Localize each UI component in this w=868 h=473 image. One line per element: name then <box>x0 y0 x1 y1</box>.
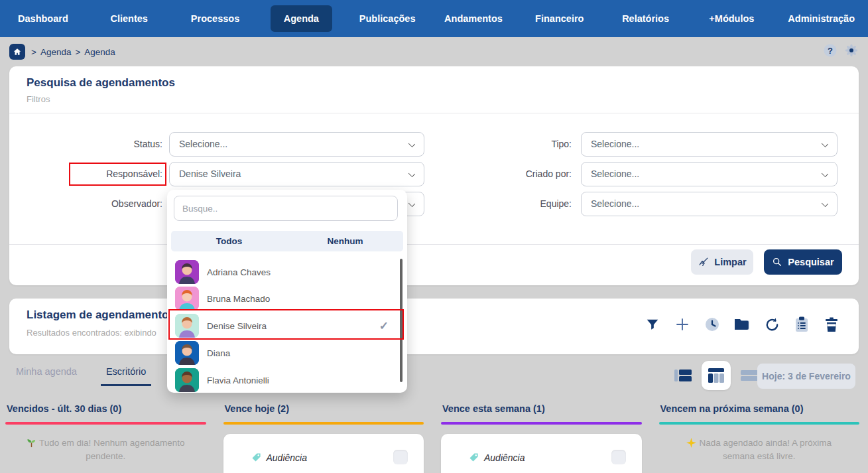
column-title: Vencidos - últ. 30 dias (0) <box>5 403 206 414</box>
dropdown-option-diana[interactable]: Diana <box>170 340 398 366</box>
agenda-card[interactable]: Audiência <box>441 434 642 473</box>
selected-check-icon: ✓ <box>379 319 389 333</box>
filter-icon[interactable] <box>644 316 661 333</box>
avatar <box>175 287 199 310</box>
nav-label[interactable]: Administração <box>775 5 868 32</box>
nav-item-dashboard[interactable]: Dashboard <box>0 0 86 37</box>
nav-label[interactable]: +Módulos <box>696 5 767 32</box>
column-accent-bar <box>441 422 642 425</box>
dropdown-option-denise[interactable]: Denise Silveira ✓ <box>170 312 398 339</box>
nav-label[interactable]: Andamentos <box>431 5 516 32</box>
top-nav: Dashboard Clientes Processos Agenda Publ… <box>0 0 868 37</box>
refresh-icon[interactable] <box>763 316 780 333</box>
home-icon[interactable] <box>9 44 25 60</box>
tipo-label: Tipo: <box>439 132 572 157</box>
gear-icon[interactable] <box>844 43 859 60</box>
dropdown-option-flavia[interactable]: Flavia Antonielli <box>170 367 398 393</box>
breadcrumb: > Agenda > Agenda <box>31 47 115 57</box>
nav-item-relatorios[interactable]: Relatórios <box>603 0 689 37</box>
responsavel-label: Responsável: <box>30 162 162 186</box>
kanban-board: Vencidos - últ. 30 dias (0) Tudo em dia!… <box>5 403 859 473</box>
nav-label[interactable]: Dashboard <box>5 5 82 32</box>
divider <box>9 244 859 245</box>
seedling-icon <box>27 438 36 448</box>
nav-label[interactable]: Financeiro <box>522 5 597 32</box>
trash-icon[interactable] <box>823 316 840 333</box>
card-checkbox[interactable] <box>611 450 626 464</box>
breadcrumb-separator: > <box>75 47 80 57</box>
bulk-select-bar: Todos Nenhum <box>171 231 403 251</box>
limpar-label: Limpar <box>714 257 746 267</box>
chevron-down-icon <box>408 200 415 207</box>
tab-escritorio[interactable]: Escritório <box>106 366 146 386</box>
equipe-select[interactable]: Selecione... <box>581 192 837 216</box>
agenda-card[interactable]: Audiência <box>223 434 424 473</box>
select-all-link[interactable]: Todos <box>171 236 287 246</box>
avatar <box>175 314 199 338</box>
help-icon[interactable]: ? <box>823 43 837 60</box>
breadcrumb-item[interactable]: Agenda <box>40 47 72 57</box>
nav-item-modulos[interactable]: +Módulos <box>689 0 775 37</box>
criado-por-select[interactable]: Selecione... <box>581 162 837 186</box>
clipboard-icon[interactable] <box>793 316 810 333</box>
observador-label: Observador: <box>30 192 162 216</box>
search-card-title: Pesquisa de agendamentos <box>27 76 175 90</box>
equipe-value: Selecione... <box>591 198 639 209</box>
breadcrumb-bar: > Agenda > Agenda ? <box>0 37 868 66</box>
responsavel-select[interactable]: Denise Silveira <box>169 162 424 186</box>
nav-item-processos[interactable]: Processos <box>172 0 259 37</box>
empty-state-text: Tudo em dia! Nenhum agendamento pendente… <box>39 438 184 462</box>
today-button[interactable]: Hoje: 3 de Fevereiro <box>757 364 855 389</box>
view-toggle-group <box>668 361 764 390</box>
nav-label[interactable]: Agenda <box>271 5 332 32</box>
nav-item-clientes[interactable]: Clientes <box>86 0 172 37</box>
divider <box>9 113 859 113</box>
nav-label[interactable]: Clientes <box>97 5 161 32</box>
dropdown-search-input[interactable] <box>174 196 398 221</box>
pesquisar-button[interactable]: Pesquisar <box>764 249 842 275</box>
tipo-select[interactable]: Selecione... <box>581 132 837 157</box>
equipe-label: Equipe: <box>439 192 572 216</box>
tag-icon <box>251 452 261 462</box>
status-select[interactable]: Selecione... <box>169 132 424 157</box>
clock-icon[interactable] <box>704 316 721 333</box>
breadcrumb-item[interactable]: Agenda <box>84 47 115 57</box>
card-checkbox[interactable] <box>393 450 408 464</box>
sparkle-icon <box>686 438 696 448</box>
column-vence-hoje: Vence hoje (2) Audiência <box>223 403 424 473</box>
nav-label[interactable]: Processos <box>178 5 253 32</box>
empty-state-message: Nada agendado ainda! A próxima semana es… <box>671 437 847 464</box>
option-name: Bruna Machado <box>207 294 270 304</box>
avatar <box>175 368 199 392</box>
kanban-view-icon[interactable] <box>702 361 731 390</box>
column-vence-esta-semana: Vence esta semana (1) Audiência <box>441 403 642 473</box>
tab-minha-agenda[interactable]: Minha agenda <box>16 366 77 386</box>
listing-card-title: Listagem de agendamentos <box>27 308 175 322</box>
dropdown-option-bruna[interactable]: Bruna Machado <box>170 285 398 312</box>
responsavel-dropdown: Todos Nenhum Adriana Chaves Bruna Machad… <box>167 190 407 393</box>
plus-icon[interactable] <box>674 316 691 333</box>
column-title: Vence hoje (2) <box>223 403 424 414</box>
chevron-down-icon <box>822 141 828 147</box>
nav-label[interactable]: Publicações <box>346 5 429 32</box>
nav-item-agenda[interactable]: Agenda <box>258 0 344 37</box>
column-title: Vencem na próxima semana (0) <box>659 403 860 414</box>
limpar-button[interactable]: Limpar <box>691 249 753 275</box>
avatar <box>175 341 199 365</box>
nav-item-publicacoes[interactable]: Publicações <box>344 0 430 37</box>
search-card-subtitle: Filtros <box>27 94 50 104</box>
nav-item-administracao[interactable]: Administração <box>775 0 868 37</box>
select-none-link[interactable]: Nenhum <box>287 236 403 246</box>
chevron-down-icon <box>822 200 828 207</box>
dropdown-option-adriana[interactable]: Adriana Chaves <box>170 259 398 285</box>
folder-icon[interactable] <box>733 316 751 333</box>
nav-item-financeiro[interactable]: Financeiro <box>517 0 603 37</box>
criado-por-value: Selecione... <box>591 169 639 179</box>
listing-toolbar <box>644 316 840 333</box>
nav-label[interactable]: Relatórios <box>609 5 682 32</box>
nav-item-andamentos[interactable]: Andamentos <box>430 0 517 37</box>
avatar <box>175 260 199 284</box>
list-view-icon[interactable] <box>668 361 698 390</box>
dropdown-scrollbar[interactable] <box>400 259 403 382</box>
option-name: Adriana Chaves <box>207 267 271 277</box>
